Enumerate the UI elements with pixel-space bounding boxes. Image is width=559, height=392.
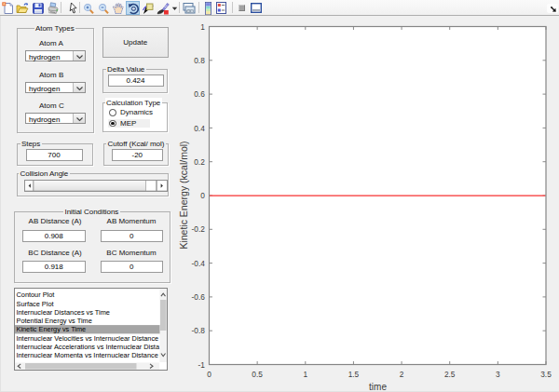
svg-text:1: 1 [303, 370, 307, 379]
svg-text:Potential Energy vs Time: Potential Energy vs Time [17, 317, 92, 325]
svg-text:0.4: 0.4 [194, 124, 205, 133]
svg-text:1: 1 [200, 22, 205, 32]
svg-text:Surface Plot: Surface Plot [17, 300, 54, 308]
svg-text:Kinetic Energy (kcal/mol): Kinetic Energy (kcal/mol) [178, 141, 189, 249]
svg-text:1.5: 1.5 [348, 370, 360, 379]
svg-text:Internuclear Momenta vs Intern: Internuclear Momenta vs Internuclear Dis… [17, 351, 162, 359]
svg-text:0: 0 [207, 370, 211, 379]
svg-text:2: 2 [400, 370, 404, 379]
svg-text:Internuclear Accelerations vs: Internuclear Accelerations vs Internucle… [17, 343, 160, 351]
svg-text:-1: -1 [198, 360, 205, 370]
svg-text:0: 0 [200, 191, 205, 200]
svg-text:0.6: 0.6 [194, 89, 205, 99]
svg-text:Internuclear Velocities vs Int: Internuclear Velocities vs Internuclear … [17, 334, 159, 343]
svg-text:-0.4: -0.4 [192, 259, 206, 268]
svg-text:0.2: 0.2 [194, 157, 205, 167]
svg-text:Contour Plot: Contour Plot [17, 291, 55, 299]
svg-text:-0.2: -0.2 [192, 224, 206, 234]
svg-text:2.5: 2.5 [444, 370, 456, 379]
svg-text:3: 3 [496, 370, 500, 379]
svg-text:0.5: 0.5 [252, 370, 263, 379]
svg-text:-0.6: -0.6 [192, 292, 206, 302]
svg-text:Internuclear Distances vs Time: Internuclear Distances vs Time [17, 308, 110, 317]
svg-text:3.5: 3.5 [540, 370, 552, 379]
svg-text:time: time [369, 382, 387, 392]
svg-text:-0.8: -0.8 [192, 326, 206, 335]
svg-text:Kinetic Energy vs Time: Kinetic Energy vs Time [17, 325, 87, 333]
svg-text:0.8: 0.8 [194, 56, 205, 65]
